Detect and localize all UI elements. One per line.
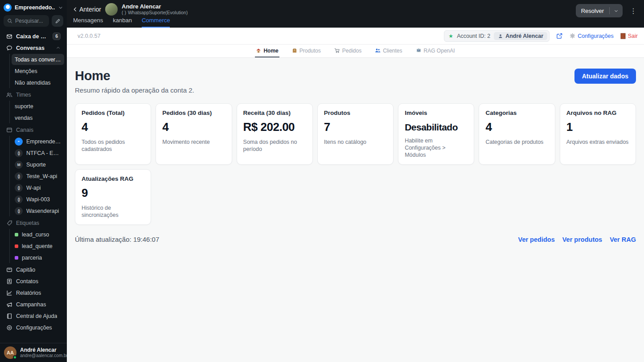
- sidebar-channel-suporte[interactable]: M Suporte: [12, 159, 64, 170]
- package-icon: [292, 48, 297, 53]
- messenger-icon: [15, 138, 23, 146]
- inbox-icon: [6, 33, 12, 40]
- sidebar-label-lead-quente[interactable]: lead_quente: [12, 240, 64, 252]
- api-channel-icon: (): [15, 195, 23, 203]
- sidebar-item-todas-as-conversas[interactable]: Todas as conversas: [12, 54, 64, 65]
- home-icon: [256, 48, 261, 53]
- more-options-button[interactable]: ⋮: [628, 6, 639, 16]
- app-root: Empreendedo... Caixa de Entrada 6 C: [0, 0, 644, 362]
- sidebar-channel-ntfca[interactable]: () NTFCA - Empre...: [12, 147, 64, 159]
- commerce-settings-link[interactable]: Configurações: [570, 33, 614, 39]
- account-user-chip[interactable]: André Alencar: [494, 32, 547, 40]
- search-input[interactable]: [15, 18, 45, 24]
- sidebar-item-central-de-ajuda[interactable]: Central de Ajuda: [3, 310, 64, 321]
- logout-label: Sair: [628, 33, 638, 39]
- tab-kanban[interactable]: kanban: [113, 17, 132, 28]
- chevron-up-icon: [56, 45, 61, 50]
- sidebar-item-campanhas[interactable]: Campanhas: [3, 299, 64, 310]
- back-button[interactable]: Anterior: [72, 6, 101, 13]
- commerce-tabs: Home Produtos Pedidos Clientes RAG OpenA…: [67, 45, 644, 58]
- pencil-icon: [55, 18, 61, 24]
- sidebar-channel-wapi-003[interactable]: () Wapi-003: [12, 194, 64, 205]
- sidebar-item-label: Caixa de Entrada: [16, 33, 49, 40]
- compose-button[interactable]: [52, 15, 63, 27]
- back-label: Anterior: [79, 6, 101, 13]
- commerce-tab-home[interactable]: Home: [255, 45, 279, 57]
- sidebar: Empreendedo... Caixa de Entrada 6 C: [0, 0, 67, 362]
- section-times[interactable]: Times: [3, 89, 64, 100]
- sidebar-item-nao-atendidas[interactable]: Não atendidas: [12, 77, 64, 88]
- online-status-dot: [13, 355, 17, 359]
- section-label: Etiquetas: [16, 220, 39, 226]
- card-receita-30-dias: Receita (30 dias) R$ 202.00 Soma dos ped…: [237, 103, 313, 165]
- section-etiquetas[interactable]: Etiquetas: [3, 217, 64, 228]
- link-ver-pedidos[interactable]: Ver pedidos: [518, 236, 555, 243]
- sidebar-item-conversas[interactable]: Conversas: [3, 42, 64, 53]
- tab-mensagens[interactable]: Mensagens: [73, 17, 103, 28]
- open-external-button[interactable]: [556, 33, 563, 39]
- commerce-tab-produtos[interactable]: Produtos: [291, 45, 322, 57]
- sidebar-item-mencoes[interactable]: Menções: [12, 65, 64, 77]
- sidebar-item-configuracoes[interactable]: Configurações: [3, 322, 64, 333]
- sidebar-item-label: W-api: [26, 185, 41, 191]
- link-ver-produtos[interactable]: Ver produtos: [562, 236, 602, 243]
- commerce-tab-pedidos[interactable]: Pedidos: [333, 45, 362, 57]
- sidebar-item-suporte[interactable]: suporte: [12, 101, 64, 112]
- resolve-dropdown-toggle[interactable]: [610, 8, 623, 13]
- card-value: 4: [82, 120, 144, 134]
- tab-commerce[interactable]: Commerce: [142, 17, 170, 28]
- tab-label: Pedidos: [342, 48, 361, 54]
- commerce-tab-clientes[interactable]: Clientes: [374, 45, 403, 57]
- gear-icon: [570, 33, 575, 39]
- card-title: Receita (30 dias): [243, 110, 306, 116]
- user-name: André Alencar: [20, 347, 68, 353]
- user-profile[interactable]: AA André Alencar andre@aalencar.com.br: [0, 343, 67, 362]
- sidebar-label-lead-curso[interactable]: lead_curso: [12, 229, 64, 240]
- card-imoveis: Imóveis Desabilitado Habilite em Configu…: [398, 103, 474, 165]
- commerce-tab-rag-openai[interactable]: RAG OpenAI: [415, 45, 456, 57]
- workspace-switcher[interactable]: Empreendedo...: [0, 2, 67, 14]
- card-title: Imóveis: [405, 110, 468, 116]
- link-ver-rag[interactable]: Ver RAG: [610, 236, 636, 243]
- door-icon: [620, 33, 626, 39]
- refresh-data-button[interactable]: Atualizar dados: [574, 69, 636, 84]
- sidebar-channel-empreendedor[interactable]: Empreendedor(...: [12, 136, 64, 147]
- resolve-button[interactable]: Resolver: [576, 4, 623, 17]
- sidebar-channel-teste-w-api[interactable]: () Teste_W-api: [12, 171, 64, 182]
- sidebar-channel-w-api[interactable]: () W-api: [12, 182, 64, 193]
- sidebar-item-contatos[interactable]: Contatos: [3, 276, 64, 287]
- sidebar-channel-wasenderapi[interactable]: () Wasenderapi: [12, 205, 64, 216]
- chart-icon: [6, 290, 12, 296]
- section-canais[interactable]: Canais: [3, 124, 64, 135]
- sidebar-item-inbox[interactable]: Caixa de Entrada 6: [3, 31, 64, 42]
- card-caption: Todos os pedidos cadastrados: [82, 138, 144, 153]
- sidebar-item-label: Empreendedor(...: [26, 138, 61, 145]
- conversation-header: Anterior Andre Alencar ( ) WhatsappSupor…: [67, 0, 644, 28]
- contact-channel: ( ) WhatsappSuporte(Evolution): [122, 10, 188, 16]
- card-caption: Categorias de produtos: [485, 138, 548, 146]
- contact-avatar[interactable]: [105, 3, 118, 16]
- card-caption: Arquivos extras enviados: [566, 138, 629, 146]
- search-box[interactable]: [4, 15, 49, 27]
- card-caption: Histórico de sincronizações: [82, 204, 144, 219]
- card-pedidos-total: Pedidos (Total) 4 Todos os pedidos cadas…: [75, 103, 151, 165]
- label-color-dot: [15, 256, 18, 260]
- sidebar-label-parceria[interactable]: parceria: [12, 252, 64, 263]
- sidebar-item-capitao[interactable]: Capitão: [3, 264, 64, 275]
- sidebar-item-label: Suporte: [26, 162, 46, 168]
- sidebar-item-label: Capitão: [16, 267, 35, 273]
- sidebar-item-label: Central de Ajuda: [16, 313, 57, 319]
- sidebar-item-relatorios[interactable]: Relatórios: [3, 287, 64, 298]
- person-icon: [498, 33, 503, 39]
- logout-link[interactable]: Sair: [620, 33, 638, 39]
- account-id-label: Account ID: 2: [457, 33, 490, 39]
- contact-book-icon: [6, 278, 12, 285]
- sidebar-item-vendas[interactable]: vendas: [12, 112, 64, 123]
- book-icon: [6, 313, 12, 319]
- card-value: R$ 202.00: [243, 120, 306, 134]
- users-icon: [6, 92, 12, 98]
- people-icon: [375, 48, 381, 53]
- tab-label: Home: [263, 48, 278, 54]
- star-icon: ★: [448, 33, 453, 39]
- user-email: andre@aalencar.com.br: [20, 353, 68, 358]
